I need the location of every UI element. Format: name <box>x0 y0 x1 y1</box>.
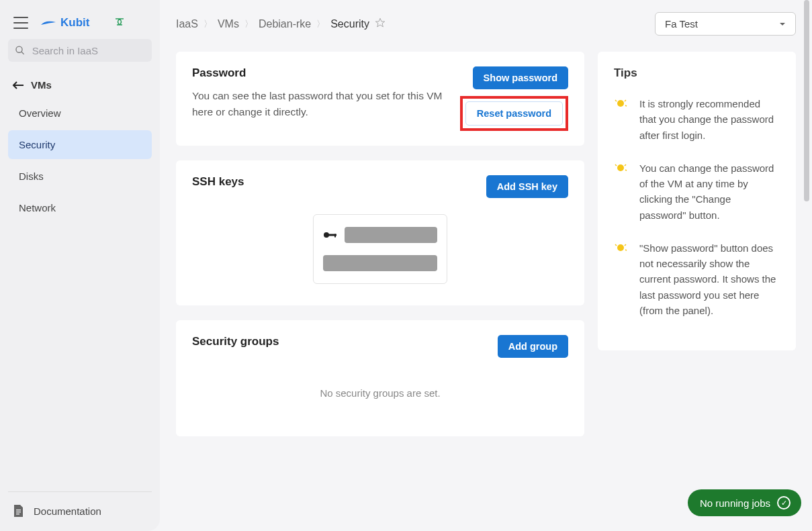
sg-empty-message: No security groups are set. <box>192 358 568 422</box>
tip-text: It is strongly recommended that you chan… <box>639 96 780 143</box>
add-group-button[interactable]: Add group <box>498 335 568 358</box>
crumb-iaas[interactable]: IaaS <box>176 18 198 30</box>
crumb-vms[interactable]: VMs <box>218 18 239 30</box>
svg-rect-4 <box>16 514 19 514</box>
password-description: You can see the last password that you s… <box>192 88 451 120</box>
jobs-status-badge[interactable]: No running jobs ✓ <box>688 489 801 516</box>
tip-item: "Show password" button does not necessar… <box>614 240 780 318</box>
lightbulb-icon <box>614 97 627 111</box>
lightbulb-icon <box>614 162 627 175</box>
svg-point-8 <box>617 100 624 107</box>
arrow-left-icon <box>12 81 24 90</box>
sidebar: Kubit VMs Overview Security Disks Netw <box>0 0 160 531</box>
account-selected: Fa Test <box>665 18 698 30</box>
tip-text: "Show password" button does not necessar… <box>639 240 780 318</box>
svg-rect-7 <box>334 234 336 238</box>
menu-icon[interactable] <box>13 17 28 29</box>
document-icon <box>12 504 24 518</box>
chevron-right-icon: 〉 <box>316 18 325 30</box>
security-groups-card: Security groups Add group No security gr… <box>176 320 584 436</box>
sidebar-item-disks[interactable]: Disks <box>8 162 152 191</box>
scrollbar[interactable] <box>804 0 811 531</box>
svg-line-1 <box>21 52 24 54</box>
main-content: IaaS 〉 VMs 〉 Debian-rke 〉 Security Fa Te… <box>160 0 812 531</box>
svg-point-5 <box>324 232 329 238</box>
ssh-placeholder <box>313 214 447 284</box>
account-selector[interactable]: Fa Test <box>655 12 796 36</box>
password-title: Password <box>192 66 451 80</box>
check-circle-icon: ✓ <box>777 496 791 510</box>
tip-text: You can change the password of the VM at… <box>639 160 780 223</box>
brand-name: Kubit <box>60 16 89 30</box>
ssh-title: SSH keys <box>192 175 244 189</box>
chevron-right-icon: 〉 <box>244 18 253 30</box>
caret-down-icon <box>779 22 786 26</box>
reset-password-button[interactable]: Reset password <box>465 101 563 126</box>
crumb-security: Security <box>330 18 369 30</box>
partner-logo[interactable] <box>114 17 126 30</box>
svg-point-0 <box>16 46 22 52</box>
search-box[interactable] <box>8 39 152 62</box>
breadcrumb: IaaS 〉 VMs 〉 Debian-rke 〉 Security <box>176 17 386 31</box>
tips-card: Tips It is strongly recommended that you… <box>598 52 796 350</box>
svg-point-10 <box>617 244 624 251</box>
tips-title: Tips <box>614 66 780 80</box>
svg-rect-3 <box>16 512 21 512</box>
chevron-right-icon: 〉 <box>204 18 212 30</box>
sidebar-item-security[interactable]: Security <box>8 130 152 159</box>
ssh-keys-card: SSH keys Add SSH key <box>176 160 584 305</box>
svg-point-9 <box>617 164 624 171</box>
sidebar-item-network[interactable]: Network <box>8 193 152 222</box>
placeholder-bar <box>323 255 437 271</box>
svg-rect-2 <box>16 510 21 510</box>
sidebar-item-overview[interactable]: Overview <box>8 99 152 128</box>
jobs-label: No running jobs <box>700 497 770 509</box>
documentation-link[interactable]: Documentation <box>8 499 152 523</box>
favorite-star-icon[interactable] <box>375 17 386 31</box>
add-ssh-key-button[interactable]: Add SSH key <box>486 175 568 198</box>
documentation-label: Documentation <box>34 505 101 517</box>
tip-item: You can change the password of the VM at… <box>614 160 780 223</box>
brand-logo[interactable]: Kubit <box>40 16 89 30</box>
back-label: VMs <box>31 79 52 91</box>
reset-password-highlight: Reset password <box>460 96 568 131</box>
partner-icon <box>114 17 126 28</box>
crumb-vm-name[interactable]: Debian-rke <box>259 18 311 30</box>
show-password-button[interactable]: Show password <box>473 66 568 89</box>
key-icon <box>323 230 338 240</box>
brand-swoosh-icon <box>40 18 56 28</box>
back-to-vms[interactable]: VMs <box>8 74 152 99</box>
search-icon <box>15 44 26 56</box>
sg-title: Security groups <box>192 335 279 348</box>
password-card: Password You can see the last password t… <box>176 52 584 146</box>
placeholder-bar <box>345 227 437 243</box>
lightbulb-icon <box>614 242 627 255</box>
tip-item: It is strongly recommended that you chan… <box>614 96 780 143</box>
search-input[interactable] <box>32 45 145 56</box>
